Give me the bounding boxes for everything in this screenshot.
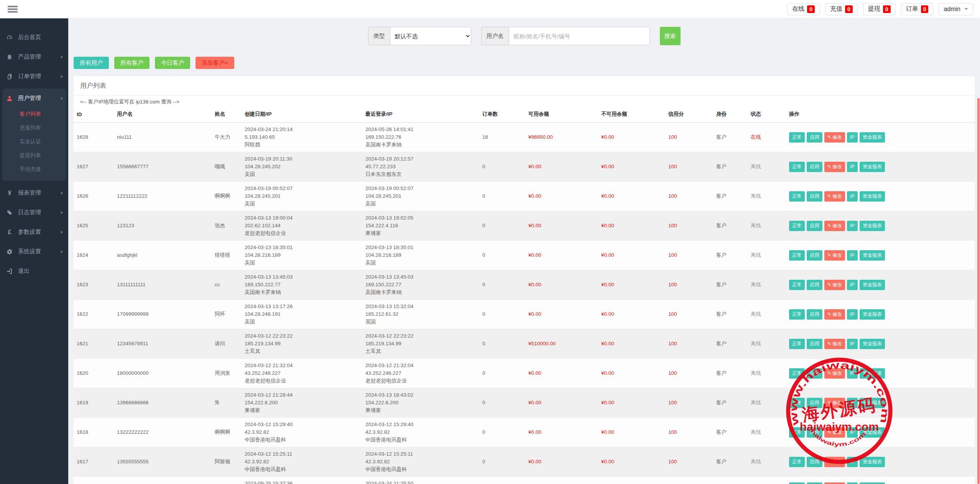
username-input[interactable] (509, 27, 650, 45)
scrollbar-thumb[interactable] (977, 98, 980, 484)
sidebar-item-withdraw-list[interactable]: 提现列表 (2, 149, 66, 162)
table-row: 161813222222222啊啊啊2024-03-12 15:29:4042.… (74, 418, 975, 447)
normal-status-button[interactable]: 正常 (789, 250, 805, 261)
funds-report-button[interactable]: 资金报表 (860, 368, 885, 379)
funds-report-button[interactable]: 资金报表 (860, 398, 885, 408)
ip-button[interactable]: IP (847, 457, 858, 467)
last-login-cell: 2024-03-19 20:12:5745.77.22.233日本东京都东京 (362, 152, 479, 182)
funds-report-button[interactable]: 资金报表 (860, 339, 885, 349)
edit-button[interactable]: ✎修改 (824, 482, 845, 484)
sidebar-item-params[interactable]: £参数设置 (0, 222, 68, 242)
sidebar-item-customer-list[interactable]: 客户列表 (2, 107, 66, 121)
enable-button[interactable]: 启用 (807, 191, 822, 202)
edit-button[interactable]: ✎修改 (824, 250, 845, 261)
enable-button[interactable]: 启用 (807, 221, 822, 231)
ip-button[interactable]: IP (847, 368, 858, 379)
pencil-icon: ✎ (827, 369, 831, 377)
funds-report-button[interactable]: 资金报表 (860, 482, 885, 484)
sidebar-item-dashboard[interactable]: 后台首页 (0, 28, 68, 47)
topbar-stats: 在线0充值0提现0订单0admin (787, 3, 973, 15)
normal-status-button[interactable]: 正常 (789, 309, 805, 320)
edit-button[interactable]: ✎修改 (824, 457, 845, 467)
normal-status-button[interactable]: 正常 (789, 457, 805, 467)
normal-status-button[interactable]: 正常 (789, 162, 805, 172)
edit-button[interactable]: ✎修改 (824, 427, 845, 438)
edit-button[interactable]: ✎修改 (824, 191, 845, 202)
normal-status-button[interactable]: 正常 (789, 339, 805, 349)
all-users-button[interactable]: 所有用户 (74, 57, 109, 69)
sidebar-item-manual-recharge[interactable]: 手动充值 (2, 162, 66, 176)
ip-button[interactable]: IP (847, 309, 858, 320)
sidebar-item-users[interactable]: 用户管理 (2, 89, 66, 107)
sidebar-item-recharge-list[interactable]: 充值列表 (2, 121, 66, 135)
enable-button[interactable]: 启用 (807, 309, 822, 320)
id-cell: 1621 (74, 329, 114, 359)
ip-button[interactable]: IP (847, 250, 858, 261)
normal-status-button[interactable]: 正常 (789, 280, 805, 290)
normal-status-button[interactable]: 正常 (789, 398, 805, 408)
type-select[interactable]: 默认不选 (390, 27, 471, 45)
ip-button[interactable]: IP (847, 482, 858, 484)
normal-status-button[interactable]: 正常 (789, 427, 805, 438)
pencil-icon: ✎ (827, 133, 831, 141)
edit-button[interactable]: ✎修改 (824, 280, 845, 290)
ip-button[interactable]: IP (847, 339, 858, 349)
edit-button[interactable]: ✎修改 (824, 132, 845, 143)
sidebar-item-reports[interactable]: ¥报表管理 (0, 183, 68, 203)
funds-report-button[interactable]: 资金报表 (860, 191, 885, 202)
all-customers-button[interactable]: 所有客户 (114, 57, 150, 69)
edit-button[interactable]: ✎修改 (824, 339, 845, 349)
sidebar-item-products[interactable]: ฿产品管理 (0, 47, 68, 67)
topbar-stat-online[interactable]: 在线0 (787, 3, 820, 15)
funds-report-button[interactable]: 资金报表 (860, 162, 885, 172)
enable-button[interactable]: 启用 (807, 132, 822, 143)
admin-menu[interactable]: admin (939, 3, 973, 15)
ip-button[interactable]: IP (847, 162, 858, 172)
enable-button[interactable]: 启用 (807, 482, 822, 484)
normal-status-button[interactable]: 正常 (789, 368, 805, 379)
funds-report-button[interactable]: 资金报表 (860, 250, 885, 261)
topbar-stat-order[interactable]: 订单0 (901, 3, 934, 15)
enable-button[interactable]: 启用 (807, 368, 822, 379)
sidebar-item-logs[interactable]: 日志管理 (0, 203, 68, 222)
ip-button[interactable]: IP (847, 132, 858, 143)
funds-report-button[interactable]: 资金报表 (860, 309, 885, 320)
ip-button[interactable]: IP (847, 427, 858, 438)
add-customer-button[interactable]: 添加客户+ (196, 57, 234, 69)
search-button[interactable]: 搜索 (660, 27, 681, 45)
ip-button[interactable]: IP (847, 221, 858, 231)
funds-report-button[interactable]: 资金报表 (860, 427, 885, 438)
today-customers-button[interactable]: 今日客户 (155, 57, 190, 69)
sidebar-item-orders[interactable]: 订单管理 (0, 67, 68, 86)
edit-button[interactable]: ✎修改 (824, 398, 845, 408)
sidebar-item-logout[interactable]: 退出 (0, 261, 68, 281)
detail-line: 2023-09-25 15:37:36 (245, 480, 359, 484)
enable-button[interactable]: 启用 (807, 339, 822, 349)
normal-status-button[interactable]: 正常 (789, 191, 805, 202)
enable-button[interactable]: 启用 (807, 427, 822, 438)
normal-status-button[interactable]: 正常 (789, 132, 805, 143)
ip-button[interactable]: IP (847, 398, 858, 408)
ip-button[interactable]: IP (847, 191, 858, 202)
enable-button[interactable]: 启用 (807, 457, 822, 467)
enable-button[interactable]: 启用 (807, 162, 822, 172)
funds-report-button[interactable]: 资金报表 (860, 221, 885, 231)
topbar-stat-withdraw[interactable]: 提现0 (863, 3, 896, 15)
enable-button[interactable]: 启用 (807, 280, 822, 290)
sidebar-item-system[interactable]: 系统设置 (0, 242, 68, 261)
enable-button[interactable]: 启用 (807, 398, 822, 408)
edit-button[interactable]: ✎修改 (824, 309, 845, 320)
menu-toggle-icon[interactable] (7, 3, 18, 15)
funds-report-button[interactable]: 资金报表 (860, 457, 885, 467)
funds-report-button[interactable]: 资金报表 (860, 280, 885, 290)
funds-report-button[interactable]: 资金报表 (860, 132, 885, 143)
normal-status-button[interactable]: 正常 (789, 221, 805, 231)
topbar-stat-recharge[interactable]: 充值0 (825, 3, 858, 15)
enable-button[interactable]: 启用 (807, 250, 822, 261)
edit-button[interactable]: ✎修改 (824, 162, 845, 172)
sidebar-item-realname-auth[interactable]: 实名认证 (2, 135, 66, 149)
ip-button[interactable]: IP (847, 280, 858, 290)
edit-button[interactable]: ✎修改 (824, 368, 845, 379)
normal-status-button[interactable]: 正常 (789, 482, 805, 484)
edit-button[interactable]: ✎修改 (824, 221, 845, 231)
